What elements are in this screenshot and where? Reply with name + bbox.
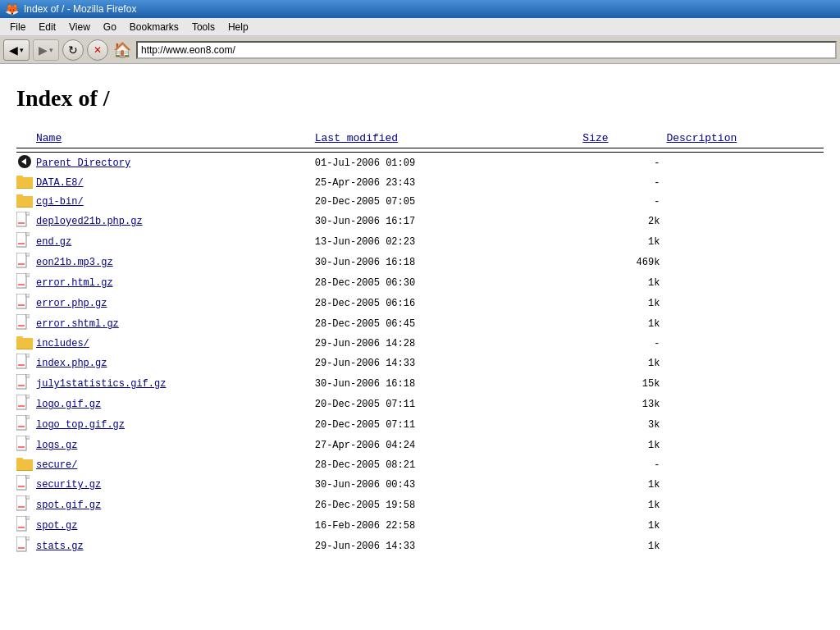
file-date-cell: 28-Dec-2005 08:21	[315, 455, 583, 474]
browser-icon: 🦊	[5, 2, 19, 16]
reload-button[interactable]: ↻	[62, 39, 84, 61]
file-link[interactable]: deployed21b.php.gz	[36, 216, 143, 227]
file-desc-cell	[666, 153, 824, 174]
file-link[interactable]: stats.gz	[36, 541, 84, 552]
stop-button[interactable]: ✕	[87, 39, 108, 61]
home-button[interactable]: 🏠	[112, 39, 133, 61]
file-size-cell: 1k	[582, 536, 666, 556]
table-row: cgi-bin/20-Dec-2005 07:05-	[16, 192, 824, 211]
file-icon-cell	[16, 211, 36, 231]
file-date-cell: 28-Dec-2005 06:45	[315, 313, 583, 334]
file-size-cell: 1k	[582, 515, 666, 536]
file-icon-cell	[16, 231, 36, 252]
file-name-cell: end.gz	[36, 231, 315, 252]
file-name-cell: eon21b.mp3.gz	[36, 252, 315, 272]
file-link[interactable]: security.gz	[36, 479, 101, 491]
file-link[interactable]: spot.gz	[36, 520, 77, 532]
table-row: eon21b.mp3.gz30-Jun-2006 16:18469k	[16, 252, 824, 272]
file-size-cell: 1k	[582, 293, 666, 313]
svg-rect-70	[16, 536, 26, 551]
file-link[interactable]: logo.gif.gz	[36, 399, 101, 410]
file-name-cell: spot.gz	[36, 515, 315, 536]
file-icon	[16, 260, 30, 272]
svg-rect-20	[16, 273, 26, 288]
back-button[interactable]: ◀ ▾	[3, 39, 30, 61]
page-title: Index of /	[16, 85, 824, 112]
file-date-cell: 29-Jun-2006 14:28	[315, 334, 583, 353]
svg-rect-7	[16, 194, 23, 198]
file-desc-cell	[666, 173, 824, 192]
file-link[interactable]: cgi-bin/	[36, 196, 84, 208]
file-desc-cell	[666, 536, 824, 556]
menu-item-tools[interactable]: Tools	[185, 20, 221, 34]
name-header[interactable]: Name	[36, 128, 315, 148]
file-name-cell: error.php.gz	[36, 293, 315, 313]
file-name-cell: logs.gz	[36, 435, 315, 455]
file-date-cell: 20-Dec-2005 07:05	[315, 192, 583, 211]
svg-rect-30	[26, 314, 30, 317]
file-name-cell: deployed21b.php.gz	[36, 211, 315, 231]
file-link[interactable]: end.gz	[36, 236, 71, 248]
size-sort-link[interactable]: Size	[582, 132, 608, 144]
file-date-cell: 30-Jun-2006 16:18	[315, 373, 583, 394]
file-icon	[16, 402, 30, 413]
file-link[interactable]: logo_top.gif.gz	[36, 419, 125, 431]
file-link[interactable]: eon21b.mp3.gz	[36, 257, 113, 268]
file-desc-cell	[666, 435, 824, 455]
menu-bar: FileEditViewGoBookmarksToolsHelp	[0, 18, 840, 36]
size-header[interactable]: Size	[582, 128, 666, 148]
file-date-cell: 28-Dec-2005 06:30	[315, 272, 583, 293]
menu-item-help[interactable]: Help	[221, 20, 255, 34]
file-name-cell: cgi-bin/	[36, 192, 315, 211]
desc-header[interactable]: Description	[666, 128, 824, 148]
date-header[interactable]: Last modified	[315, 128, 583, 148]
menu-item-edit[interactable]: Edit	[32, 20, 62, 34]
file-icon-cell	[16, 334, 36, 353]
file-link[interactable]: error.html.gz	[36, 277, 113, 289]
file-name-cell: Parent Directory	[36, 153, 315, 174]
file-desc-cell	[666, 252, 824, 272]
file-size-cell: 15k	[582, 373, 666, 394]
file-link[interactable]: DATA.E8/	[36, 177, 84, 189]
file-size-cell: 1k	[582, 474, 666, 495]
file-date-cell: 20-Dec-2005 07:11	[315, 414, 583, 435]
svg-rect-66	[16, 516, 26, 531]
file-name-cell: error.html.gz	[36, 272, 315, 293]
svg-rect-62	[16, 495, 26, 510]
file-icon-cell	[16, 455, 36, 474]
file-date-cell: 26-Dec-2005 19:58	[315, 495, 583, 515]
menu-item-bookmarks[interactable]: Bookmarks	[123, 20, 185, 34]
file-link[interactable]: secure/	[36, 459, 77, 471]
file-link[interactable]: Parent Directory	[36, 158, 130, 169]
file-icon-cell	[16, 272, 36, 293]
desc-sort-link[interactable]: Description	[666, 132, 737, 144]
date-sort-link[interactable]: Last modified	[315, 132, 398, 144]
table-row: index.php.gz29-Jun-2006 14:331k	[16, 353, 824, 373]
file-link[interactable]: logs.gz	[36, 440, 77, 451]
menu-item-file[interactable]: File	[3, 20, 32, 34]
file-size-cell: -	[582, 173, 666, 192]
file-link[interactable]: includes/	[36, 338, 89, 349]
name-sort-link[interactable]: Name	[36, 132, 62, 144]
file-link[interactable]: error.php.gz	[36, 298, 107, 309]
file-link[interactable]: error.shtml.gz	[36, 318, 119, 330]
menu-item-go[interactable]: Go	[97, 20, 123, 34]
back-folder-icon	[16, 161, 33, 172]
file-size-cell: 469k	[582, 252, 666, 272]
svg-rect-37	[26, 354, 30, 357]
table-row: logs.gz27-Apr-2006 04:241k	[16, 435, 824, 455]
svg-rect-68	[26, 516, 30, 519]
file-name-cell: july1statistics.gif.gz	[36, 373, 315, 394]
menu-item-view[interactable]: View	[62, 20, 97, 34]
file-desc-cell	[666, 211, 824, 231]
file-link[interactable]: index.php.gz	[36, 358, 107, 369]
table-row: Parent Directory01-Jul-2006 01:09-	[16, 153, 824, 174]
file-icon	[16, 322, 30, 333]
file-link[interactable]: spot.gif.gz	[36, 500, 101, 511]
table-row: logo_top.gif.gz20-Dec-2005 07:113k	[16, 414, 824, 435]
file-name-cell: stats.gz	[36, 536, 315, 556]
forward-button[interactable]: ▶ ▾	[33, 39, 59, 61]
file-link[interactable]: july1statistics.gif.gz	[36, 378, 166, 390]
table-row: DATA.E8/25-Apr-2006 23:43-	[16, 173, 824, 192]
address-input[interactable]	[136, 41, 837, 59]
